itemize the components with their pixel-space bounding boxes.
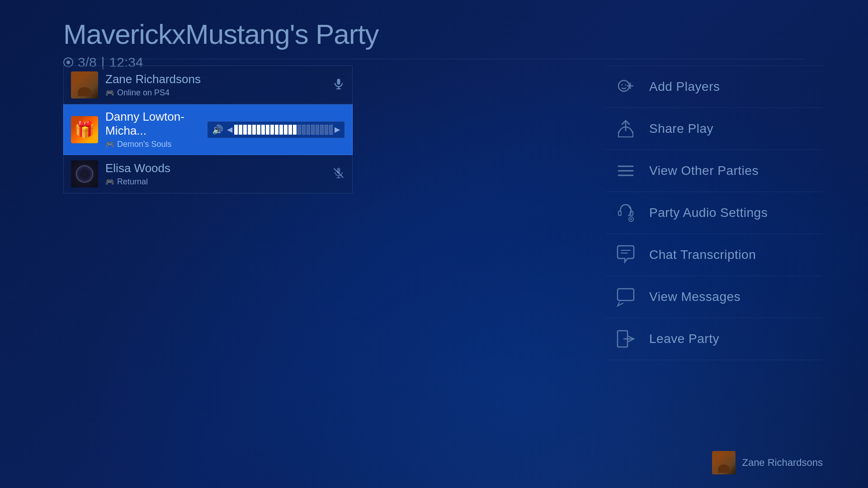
vol-seg-5: [252, 125, 256, 135]
vol-seg-8: [266, 125, 269, 135]
player-info-danny: Danny Lowton-Micha... 🎮 Demon's Souls: [105, 110, 202, 149]
vol-seg-16: [302, 125, 306, 135]
menu-item-share-play[interactable]: Share Play: [606, 108, 823, 150]
audio-icon: [615, 202, 637, 224]
vol-seg-17: [307, 125, 310, 135]
vol-seg-2: [239, 125, 242, 135]
party-title: MaverickxMustang's Party: [63, 18, 379, 50]
party-audio-label: Party Audio Settings: [649, 206, 768, 220]
vol-seg-3: [243, 125, 247, 135]
avatar-elisa: [71, 160, 98, 188]
mute-elisa: [332, 167, 345, 181]
vol-seg-4: [248, 125, 251, 135]
view-other-parties-label: View Other Parties: [649, 164, 759, 178]
vol-seg-10: [275, 125, 278, 135]
chat-transcription-label: Chat Transcription: [649, 248, 756, 262]
vol-seg-9: [270, 125, 274, 135]
share-play-label: Share Play: [649, 122, 713, 136]
add-players-label: Add Players: [649, 80, 720, 94]
player-card-danny[interactable]: Danny Lowton-Micha... 🎮 Demon's Souls 🔊 …: [63, 104, 353, 155]
player-card-elisa[interactable]: Elisa Woods 🎮 Returnal: [63, 155, 353, 193]
view-messages-label: View Messages: [649, 290, 741, 304]
vol-seg-12: [284, 125, 288, 135]
volume-speaker-icon: 🔊: [212, 124, 223, 135]
share-play-icon: [615, 118, 637, 140]
player-status-danny: 🎮 Demon's Souls: [105, 140, 202, 149]
player-info-elisa: Elisa Woods 🎮 Returnal: [105, 161, 332, 187]
svg-point-20: [630, 218, 632, 220]
vol-seg-18: [311, 125, 315, 135]
parties-icon: [615, 160, 637, 182]
header-divider: [63, 59, 805, 59]
vol-seg-21: [325, 125, 328, 135]
svg-point-9: [625, 84, 627, 86]
player-card-zane[interactable]: Zane Richardsons 🎮 Online on PS4: [63, 66, 353, 104]
vol-seg-15: [297, 125, 301, 135]
bottom-username: Zane Richardsons: [742, 457, 823, 469]
svg-point-8: [622, 84, 623, 86]
volume-segments: [234, 125, 333, 135]
leave-party-label: Leave Party: [649, 332, 719, 346]
svg-rect-17: [618, 211, 621, 216]
player-name-zane: Zane Richardsons: [105, 72, 332, 86]
menu-item-add-players[interactable]: Add Players: [606, 66, 823, 108]
svg-point-16: [620, 206, 631, 216]
controller-icon-zane: 🎮: [105, 89, 114, 97]
controller-icon-danny: 🎮: [105, 140, 114, 149]
vol-seg-7: [261, 125, 265, 135]
header: MaverickxMustang's Party 3/8 | 12:34: [63, 18, 379, 70]
volume-right-chevron: ▶: [335, 125, 340, 134]
bottom-user: Zane Richardsons: [712, 451, 823, 474]
transcription-icon: [615, 244, 637, 266]
vol-seg-22: [329, 125, 333, 135]
vol-seg-20: [320, 125, 324, 135]
menu-item-view-messages[interactable]: View Messages: [606, 276, 823, 318]
vol-seg-19: [316, 125, 319, 135]
page-container: MaverickxMustang's Party 3/8 | 12:34 Zan…: [0, 0, 868, 488]
right-menu: Add Players Share Play: [606, 66, 823, 360]
avatar-zane: [71, 71, 98, 99]
menu-item-leave-party[interactable]: Leave Party: [606, 318, 823, 360]
svg-rect-0: [337, 79, 340, 84]
leave-icon: [615, 328, 637, 350]
vol-seg-14: [293, 125, 297, 135]
add-player-icon: [615, 76, 637, 98]
messages-icon: [615, 286, 637, 308]
vol-seg-6: [257, 125, 260, 135]
menu-item-view-other-parties[interactable]: View Other Parties: [606, 150, 823, 192]
player-status-elisa: 🎮 Returnal: [105, 177, 332, 187]
vol-seg-13: [288, 125, 292, 135]
mic-zane: [332, 78, 345, 92]
vol-seg-11: [279, 125, 283, 135]
player-info-zane: Zane Richardsons 🎮 Online on PS4: [105, 72, 332, 98]
menu-item-chat-transcription[interactable]: Chat Transcription: [606, 234, 823, 276]
vol-seg-1: [234, 125, 238, 135]
player-name-danny: Danny Lowton-Micha...: [105, 110, 202, 138]
player-name-elisa: Elisa Woods: [105, 161, 332, 175]
controller-icon-elisa: 🎮: [105, 178, 114, 186]
player-status-zane: 🎮 Online on PS4: [105, 88, 332, 98]
bottom-avatar: [712, 451, 736, 474]
volume-bar-danny[interactable]: 🔊 ◀: [207, 121, 345, 138]
avatar-danny: [71, 116, 98, 143]
menu-item-party-audio[interactable]: Party Audio Settings: [606, 192, 823, 234]
player-list: Zane Richardsons 🎮 Online on PS4 Danny L: [63, 66, 353, 193]
volume-left-chevron: ◀: [227, 125, 232, 134]
